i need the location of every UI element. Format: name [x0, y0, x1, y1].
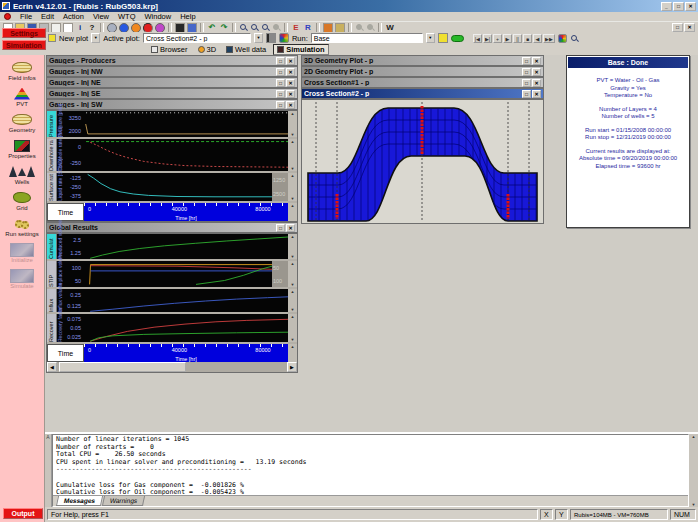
tab-simulation-view[interactable]: Simulation: [273, 44, 328, 55]
strip-label-influx[interactable]: Influx: [47, 289, 57, 312]
plot-area-stip[interactable]: [82, 261, 272, 287]
wtq-w-icon[interactable]: W: [385, 23, 395, 33]
menu-wtq[interactable]: WTQ: [118, 12, 136, 21]
new-plot-dropdown-icon[interactable]: ▼: [91, 33, 100, 43]
tab-3d[interactable]: 3D: [195, 44, 220, 55]
close-icon[interactable]: ✕: [286, 90, 295, 98]
child-restore-icon[interactable]: □: [672, 23, 683, 32]
plot-area-surface-rate[interactable]: [82, 173, 272, 201]
strip-scrollbar[interactable]: ▲▼: [288, 261, 297, 287]
restore-icon[interactable]: □: [522, 79, 531, 87]
strip-label-downhole-rate[interactable]: Downhole ra: [47, 139, 57, 171]
time-axis-scrollbar[interactable]: ▲: [288, 203, 297, 221]
maximize-icon[interactable]: □: [673, 2, 684, 11]
menu-help[interactable]: Help: [180, 12, 195, 21]
close-icon[interactable]: ✕: [286, 68, 295, 76]
3d-view-icon[interactable]: [279, 33, 289, 43]
ball-orange-icon[interactable]: [131, 23, 141, 33]
window-gauges-inj-se[interactable]: Gauges - Inj SE □ ✕: [46, 88, 298, 99]
horizontal-scrollbar[interactable]: ◀ ▶: [47, 362, 297, 372]
log-gutter[interactable]: A: [45, 434, 52, 507]
cross-section-plot[interactable]: [301, 99, 544, 224]
close-icon[interactable]: ✕: [286, 57, 295, 65]
extract-e-icon[interactable]: E: [291, 23, 301, 33]
scroll-left-icon[interactable]: ◀: [47, 362, 57, 372]
sidebar-item-run-settings[interactable]: Run settings: [0, 216, 44, 238]
minimize-icon[interactable]: _: [661, 2, 672, 11]
strip-label-pressure[interactable]: Pressure: [47, 111, 57, 137]
window-gauges-inj-ne[interactable]: Gauges - Inj NE □ ✕: [46, 77, 298, 88]
scroll-right-icon[interactable]: ▶: [287, 362, 297, 372]
menu-file[interactable]: File: [20, 12, 32, 21]
log-text[interactable]: Number of linear iterations = 1045 Numbe…: [53, 435, 688, 495]
run-dropdown-icon[interactable]: ▼: [426, 33, 435, 43]
strip-label-surface-rate[interactable]: Surface rat: [47, 173, 57, 201]
tab-well-data[interactable]: Well data: [223, 44, 269, 55]
new-plot-button[interactable]: New plot: [59, 34, 88, 43]
strip-scrollbar[interactable]: ▲▼: [288, 314, 297, 342]
close-icon[interactable]: ✕: [685, 2, 696, 11]
zoom-off-icon[interactable]: [272, 23, 281, 32]
clock-icon[interactable]: [570, 34, 579, 43]
playback-icon[interactable]: ■: [523, 34, 532, 43]
time-axis[interactable]: 04000080000Time [hr]: [84, 344, 288, 362]
close-icon[interactable]: ✕: [532, 79, 541, 87]
sidebar-item-pvt[interactable]: PVT: [0, 86, 44, 108]
window-2d-geometry[interactable]: 2D Geometry Plot - p □ ✕: [301, 66, 544, 77]
plot-area-cumulative[interactable]: [82, 234, 288, 259]
strip-label-stip[interactable]: STIP: [47, 261, 57, 287]
title-bar[interactable]: Ecrin v4.12.01 - [Rubis : RubG503.krp] _…: [0, 0, 698, 12]
redo-icon[interactable]: ↷: [219, 23, 229, 33]
sidebar-item-properties[interactable]: Properties: [0, 138, 44, 160]
help-icon[interactable]: ?: [87, 23, 97, 33]
close-icon[interactable]: ✕: [286, 79, 295, 87]
close-icon[interactable]: ✕: [286, 101, 295, 109]
tab-browser[interactable]: Browser: [148, 44, 191, 55]
sidebar-item-grid[interactable]: Grid: [0, 190, 44, 212]
restore-icon[interactable]: □: [522, 57, 531, 65]
ball-red-icon[interactable]: [143, 23, 153, 33]
restore-icon[interactable]: □: [276, 90, 285, 98]
menu-action[interactable]: Action: [63, 12, 84, 21]
flag-icon[interactable]: [323, 23, 333, 33]
menu-window[interactable]: Window: [145, 12, 172, 21]
playback-icon[interactable]: ▶▶: [543, 34, 555, 43]
chart-step-icon[interactable]: [558, 34, 567, 43]
playback-icon[interactable]: ▶: [503, 34, 512, 43]
print-preview-icon[interactable]: [51, 23, 61, 33]
window-gauges-inj-sw[interactable]: Gauges - Inj SW □ ✕: [46, 99, 298, 110]
active-plot-dropdown-icon[interactable]: ▼: [254, 33, 263, 43]
time-axis[interactable]: 04000080000Time [hr]: [84, 203, 288, 221]
undo-icon[interactable]: ↶: [207, 23, 217, 33]
sidebar-item-geometry[interactable]: Geometry: [0, 112, 44, 134]
time-axis-scrollbar[interactable]: ▲: [288, 344, 297, 362]
window-global-results[interactable]: Global Results □ ✕: [46, 222, 298, 233]
plot-area-pressure[interactable]: [82, 111, 288, 137]
close-icon[interactable]: ✕: [532, 90, 541, 98]
playback-icon[interactable]: |◀: [473, 34, 482, 43]
strip-label-cumulative[interactable]: Cumulat: [47, 234, 57, 259]
window-cross-section-1[interactable]: Cross Section#1 - p □ ✕: [301, 77, 544, 88]
tab-simulation[interactable]: Simulation: [2, 40, 46, 50]
window-gauges-inj-nw[interactable]: Gauges - Inj NW □ ✕: [46, 66, 298, 77]
strip-label-recovery[interactable]: Recover: [47, 314, 57, 342]
tab-messages[interactable]: Messages: [56, 496, 103, 506]
ball-blue-icon[interactable]: [119, 23, 129, 33]
table-view-icon[interactable]: [266, 33, 276, 43]
sidebar-item-field-infos[interactable]: Field infos: [0, 60, 44, 82]
menu-edit[interactable]: Edit: [41, 12, 54, 21]
ball-magenta-icon[interactable]: [155, 23, 165, 33]
close-icon[interactable]: ✕: [532, 57, 541, 65]
run-select[interactable]: Base: [311, 33, 423, 43]
sidebar-item-simulate[interactable]: Simulate: [0, 268, 44, 290]
ball-gray-icon[interactable]: [107, 23, 117, 33]
zoom-prev-icon[interactable]: [355, 23, 364, 32]
zoom-next-icon[interactable]: [366, 23, 375, 32]
strip-scrollbar[interactable]: ▲▼: [288, 173, 297, 201]
playback-icon[interactable]: ▶|: [483, 34, 492, 43]
strip-scrollbar[interactable]: ▲▼: [288, 289, 297, 312]
run-status-icon[interactable]: [451, 35, 464, 42]
plot-area-recovery[interactable]: [82, 314, 288, 342]
playback-icon[interactable]: +: [493, 34, 502, 43]
strip-scrollbar[interactable]: ▲▼: [288, 111, 297, 137]
